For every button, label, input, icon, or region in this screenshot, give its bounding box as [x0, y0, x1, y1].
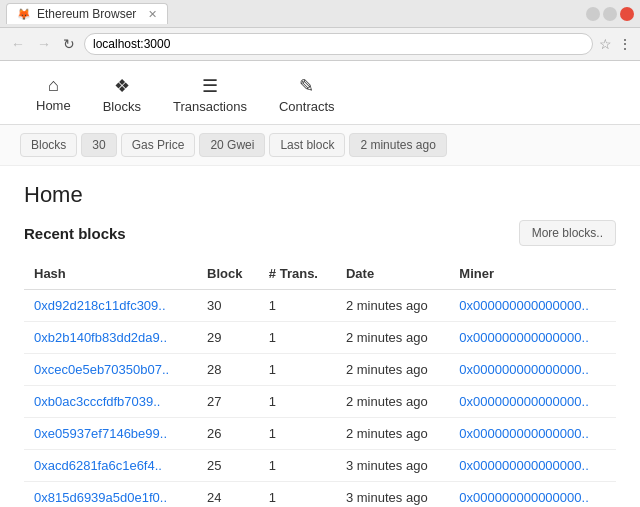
cell-block: 27 — [197, 386, 259, 418]
table-row: 0xcec0e5eb70350b07.. 28 1 2 minutes ago … — [24, 354, 616, 386]
col-trans: # Trans. — [259, 258, 336, 290]
nav-label-transactions: Transactions — [173, 99, 247, 114]
url-input[interactable] — [84, 33, 593, 55]
col-hash: Hash — [24, 258, 197, 290]
address-bar: ← → ↻ ☆ ⋮ — [0, 28, 640, 60]
title-bar: 🦊 Ethereum Browser ✕ — [0, 0, 640, 28]
forward-button[interactable]: → — [34, 36, 54, 52]
nav-item-blocks[interactable]: ❖ Blocks — [87, 69, 157, 124]
more-blocks-button[interactable]: More blocks.. — [519, 220, 616, 246]
maximize-button[interactable] — [603, 7, 617, 21]
col-date: Date — [336, 258, 449, 290]
cell-date: 3 minutes ago — [336, 450, 449, 482]
cell-miner[interactable]: 0x000000000000000.. — [449, 450, 616, 482]
cell-date: 2 minutes ago — [336, 290, 449, 322]
nav-item-transactions[interactable]: ☰ Transactions — [157, 69, 263, 124]
cell-block: 24 — [197, 482, 259, 508]
cell-trans: 1 — [259, 290, 336, 322]
cell-hash[interactable]: 0xcec0e5eb70350b07.. — [24, 354, 197, 386]
cell-date: 2 minutes ago — [336, 322, 449, 354]
cell-miner[interactable]: 0x000000000000000.. — [449, 322, 616, 354]
col-block: Block — [197, 258, 259, 290]
home-icon: ⌂ — [48, 75, 59, 96]
stat-lastblock-value: 2 minutes ago — [349, 133, 446, 157]
page-title: Home — [24, 182, 616, 208]
cell-date: 2 minutes ago — [336, 354, 449, 386]
transactions-icon: ☰ — [202, 75, 218, 97]
nav-item-contracts[interactable]: ✎ Contracts — [263, 69, 351, 124]
cell-trans: 1 — [259, 354, 336, 386]
contracts-icon: ✎ — [299, 75, 314, 97]
stat-lastblock-label: Last block — [269, 133, 345, 157]
back-button[interactable]: ← — [8, 36, 28, 52]
window-controls — [586, 7, 634, 21]
blocks-icon: ❖ — [114, 75, 130, 97]
cell-miner[interactable]: 0x000000000000000.. — [449, 386, 616, 418]
stats-bar: Blocks 30 Gas Price 20 Gwei Last block 2… — [0, 125, 640, 166]
cell-block: 30 — [197, 290, 259, 322]
section-title: Recent blocks — [24, 225, 126, 242]
menu-button[interactable]: ⋮ — [618, 36, 632, 52]
section-header: Recent blocks More blocks.. — [24, 220, 616, 246]
cell-miner[interactable]: 0x000000000000000.. — [449, 482, 616, 508]
tab-close-button[interactable]: ✕ — [148, 8, 157, 21]
cell-hash[interactable]: 0xb0ac3cccfdfb7039.. — [24, 386, 197, 418]
cell-hash[interactable]: 0xb2b140fb83dd2da9.. — [24, 322, 197, 354]
nav-item-home[interactable]: ⌂ Home — [20, 69, 87, 124]
table-row: 0xb0ac3cccfdfb7039.. 27 1 2 minutes ago … — [24, 386, 616, 418]
cell-miner[interactable]: 0x000000000000000.. — [449, 354, 616, 386]
cell-miner[interactable]: 0x000000000000000.. — [449, 418, 616, 450]
cell-date: 2 minutes ago — [336, 386, 449, 418]
nav-label-home: Home — [36, 98, 71, 113]
cell-hash[interactable]: 0xe05937ef7146be99.. — [24, 418, 197, 450]
nav-label-contracts: Contracts — [279, 99, 335, 114]
cell-trans: 1 — [259, 322, 336, 354]
table-row: 0xd92d218c11dfc309.. 30 1 2 minutes ago … — [24, 290, 616, 322]
table-header: Hash Block # Trans. Date Miner — [24, 258, 616, 290]
cell-trans: 1 — [259, 418, 336, 450]
browser-tab[interactable]: 🦊 Ethereum Browser ✕ — [6, 3, 168, 24]
cell-hash[interactable]: 0xd92d218c11dfc309.. — [24, 290, 197, 322]
stat-blocks-label: Blocks — [20, 133, 77, 157]
bookmark-button[interactable]: ☆ — [599, 36, 612, 52]
stat-gasprice-value: 20 Gwei — [199, 133, 265, 157]
table-row: 0xb2b140fb83dd2da9.. 29 1 2 minutes ago … — [24, 322, 616, 354]
nav-bar: ⌂ Home ❖ Blocks ☰ Transactions ✎ Contrac… — [0, 61, 640, 125]
stat-gasprice-label: Gas Price — [121, 133, 196, 157]
cell-block: 25 — [197, 450, 259, 482]
cell-block: 26 — [197, 418, 259, 450]
nav-label-blocks: Blocks — [103, 99, 141, 114]
stat-blocks-value: 30 — [81, 133, 116, 157]
close-button[interactable] — [620, 7, 634, 21]
cell-date: 2 minutes ago — [336, 418, 449, 450]
cell-trans: 1 — [259, 450, 336, 482]
cell-trans: 1 — [259, 386, 336, 418]
cell-hash[interactable]: 0xacd6281fa6c1e6f4.. — [24, 450, 197, 482]
cell-miner[interactable]: 0x000000000000000.. — [449, 290, 616, 322]
tab-title: Ethereum Browser — [37, 7, 136, 21]
table-row: 0xacd6281fa6c1e6f4.. 25 1 3 minutes ago … — [24, 450, 616, 482]
cell-block: 28 — [197, 354, 259, 386]
reload-button[interactable]: ↻ — [60, 36, 78, 52]
cell-trans: 1 — [259, 482, 336, 508]
browser-chrome: 🦊 Ethereum Browser ✕ ← → ↻ ☆ ⋮ — [0, 0, 640, 61]
cell-block: 29 — [197, 322, 259, 354]
content-area: Home Recent blocks More blocks.. Hash Bl… — [0, 166, 640, 507]
table-body: 0xd92d218c11dfc309.. 30 1 2 minutes ago … — [24, 290, 616, 508]
cell-date: 3 minutes ago — [336, 482, 449, 508]
table-row: 0xe05937ef7146be99.. 26 1 2 minutes ago … — [24, 418, 616, 450]
minimize-button[interactable] — [586, 7, 600, 21]
tab-favicon: 🦊 — [17, 8, 31, 21]
table-row: 0x815d6939a5d0e1f0.. 24 1 3 minutes ago … — [24, 482, 616, 508]
blocks-table: Hash Block # Trans. Date Miner 0xd92d218… — [24, 258, 616, 507]
cell-hash[interactable]: 0x815d6939a5d0e1f0.. — [24, 482, 197, 508]
col-miner: Miner — [449, 258, 616, 290]
